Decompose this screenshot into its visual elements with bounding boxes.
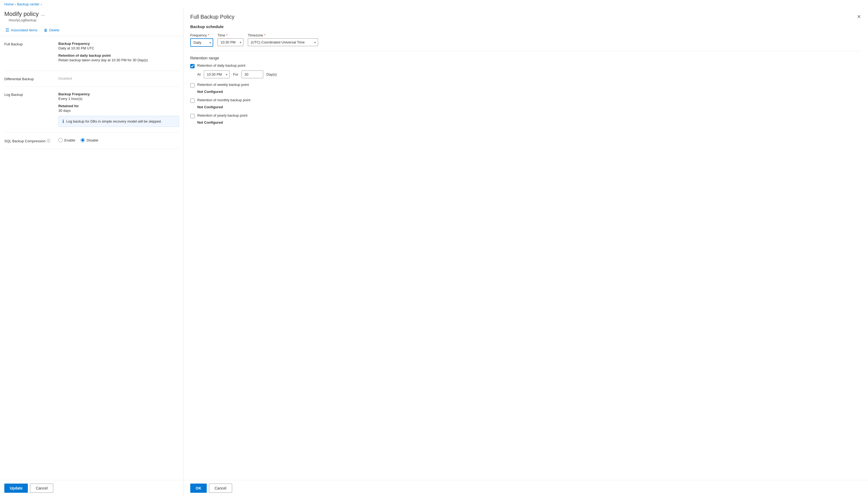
differential-backup-section: Differential Backup Disabled [4,71,179,87]
log-info-box: ℹ Log backup for DBs in simple recovery … [58,116,179,127]
timezone-select[interactable]: (UTC) Coordinated Universal Time [248,38,318,46]
info-icon: ℹ [62,119,64,124]
left-cancel-button[interactable]: Cancel [30,484,53,493]
differential-backup-label: Differential Backup [4,76,58,81]
footer: Update Cancel OK Cancel [0,480,868,496]
right-footer: OK Cancel [184,480,868,496]
update-button[interactable]: Update [4,484,28,493]
retention-daily-value: Retain backup taken every day at 10:30 P… [58,58,179,62]
frequency-select-wrapper: Daily Weekly [190,38,213,47]
policy-subtitle: HourlyLogBackup [4,18,179,24]
daily-checkbox-label: Retention of daily backup point [197,63,245,67]
log-frequency-name: Backup Frequency [58,92,179,96]
log-frequency-group: Backup Frequency Every 1 hour(s) [58,92,179,101]
right-panel-header: Full Backup Policy ✕ [184,9,868,24]
time-required: * [226,33,227,37]
backup-frequency-value: Daily at 10:30 PM UTC [58,46,179,50]
daily-at-label: At [197,72,200,76]
full-backup-content: Backup Frequency Daily at 10:30 PM UTC R… [58,42,179,65]
close-button[interactable]: ✕ [856,14,862,20]
weekly-not-configured: Not Configured [197,90,862,94]
differential-backup-content: Disabled [58,76,179,81]
associated-items-button[interactable]: ☰ Associated items [4,27,39,34]
retention-daily-group: Retention of daily backup point Retain b… [58,53,179,62]
full-backup-section: Full Backup Backup Frequency Daily at 10… [4,36,179,71]
retention-range-section: Retention range Retention of daily backu… [190,56,862,124]
monthly-checkbox[interactable] [190,98,195,103]
time-label: Time * [218,33,243,37]
breadcrumb-sep2: › [41,2,42,6]
backup-frequency-group: Backup Frequency Daily at 10:30 PM UTC [58,42,179,50]
timezone-field: Timezone * (UTC) Coordinated Universal T… [248,33,318,47]
log-frequency-value: Every 1 hour(s) [58,97,179,101]
weekly-checkbox-label: Retention of weekly backup point [197,83,249,87]
monthly-checkbox-row: Retention of monthly backup point [190,98,862,103]
frequency-label: Frequency * [190,33,213,37]
differential-disabled: Disabled [58,76,179,80]
delete-button[interactable]: 🗑 Delete [43,27,61,33]
yearly-checkbox-row: Retention of yearly backup point [190,113,862,118]
full-backup-label: Full Backup [4,42,58,65]
timezone-select-wrapper: (UTC) Coordinated Universal Time [248,38,318,46]
log-backup-section: Log Backup Backup Frequency Every 1 hour… [4,87,179,133]
disable-radio[interactable] [80,138,85,142]
log-retention-name: Retained for [58,104,179,108]
retention-range-title: Retention range [190,56,862,60]
enable-radio[interactable] [58,138,63,142]
panel-title: Full Backup Policy [190,14,234,20]
daily-at-select[interactable]: 10:30 PM [204,71,230,78]
weekly-checkbox-row: Retention of weekly backup point [190,83,862,88]
delete-icon: 🗑 [44,28,48,32]
weekly-checkbox[interactable] [190,83,195,88]
enable-label: Enable [64,138,75,142]
log-info-message: Log backup for DBs in simple recovery mo… [66,119,162,123]
timezone-required: * [264,33,265,37]
yearly-checkbox-label: Retention of yearly backup point [197,113,248,118]
daily-for-input[interactable] [242,71,263,78]
yearly-not-configured: Not Configured [197,120,862,124]
breadcrumb-backup-center[interactable]: Backup center [17,2,40,6]
toolbar: ☰ Associated items 🗑 Delete [0,24,183,36]
disable-label: Disable [87,138,98,142]
yearly-checkbox[interactable] [190,114,195,118]
breadcrumb-sep1: › [15,2,16,6]
sql-compression-radio-group: Enable Disable [58,138,179,142]
daily-checkbox[interactable] [190,64,195,68]
backup-schedule-section: Backup schedule Frequency * Daily Weekly [190,24,862,47]
enable-radio-item[interactable]: Enable [58,138,75,142]
sql-compression-label: SQL Backup Compression [4,139,46,143]
backup-frequency-name: Backup Frequency [58,42,179,46]
time-select-wrapper: 10:30 PM 11:00 PM 12:00 AM [218,38,243,46]
schedule-divider [190,51,862,51]
left-panel: Modify policy ... HourlyLogBackup ☰ Asso… [0,9,184,480]
daily-checkbox-row: Retention of daily backup point [190,63,862,68]
daily-inputs: At 10:30 PM For Day(s) [197,71,862,78]
backup-schedule-title: Backup schedule [190,24,862,29]
ok-button[interactable]: OK [190,484,207,493]
sql-compression-content: Enable Disable [58,138,179,143]
frequency-select[interactable]: Daily Weekly [190,38,213,47]
breadcrumb-home[interactable]: Home [4,2,14,6]
log-backup-content: Backup Frequency Every 1 hour(s) Retaine… [58,92,179,127]
monthly-checkbox-label: Retention of monthly backup point [197,98,251,102]
daily-at-select-wrapper: 10:30 PM [204,71,230,78]
daily-unit: Day(s) [267,72,277,76]
more-options-button[interactable]: ... [41,11,45,17]
time-select[interactable]: 10:30 PM 11:00 PM 12:00 AM [218,38,243,46]
disable-radio-item[interactable]: Disable [80,138,98,142]
monthly-not-configured: Not Configured [197,105,862,109]
frequency-required: * [208,33,209,37]
breadcrumb: Home › Backup center › [0,0,868,9]
frequency-field: Frequency * Daily Weekly [190,33,213,47]
sql-compression-section: SQL Backup Compression ⓘ Enable Disable [4,133,179,149]
left-content: Full Backup Backup Frequency Daily at 10… [0,36,183,480]
sql-compression-info-icon: ⓘ [47,139,50,143]
sql-compression-label-row: SQL Backup Compression ⓘ [4,138,58,143]
page-title: Modify policy [4,11,39,18]
daily-for-label: For [233,72,238,76]
page-title-row: Modify policy ... [4,11,179,18]
right-panel-content: Backup schedule Frequency * Daily Weekly [184,24,868,480]
time-field: Time * 10:30 PM 11:00 PM 12:00 AM [218,33,243,47]
left-footer: Update Cancel [0,480,184,496]
right-cancel-button[interactable]: Cancel [209,484,232,493]
